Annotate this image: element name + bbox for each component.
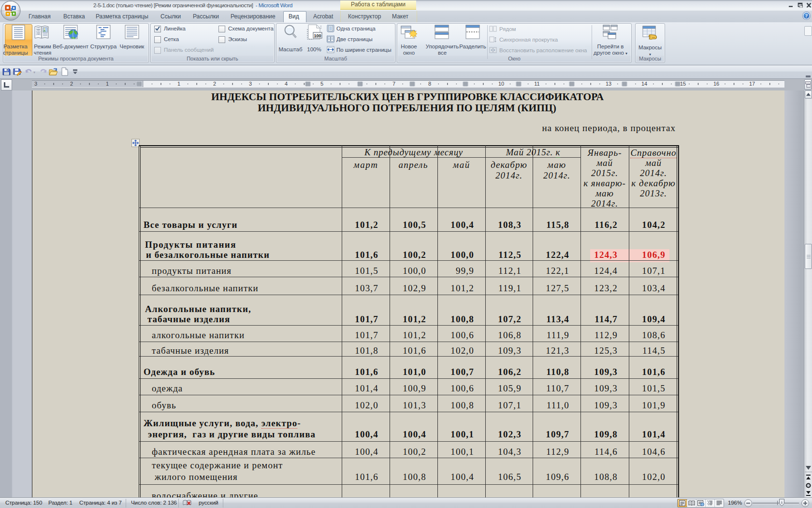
svg-text:100: 100 bbox=[314, 33, 321, 38]
svg-text:1: 1 bbox=[106, 81, 109, 87]
svg-text:14: 14 bbox=[641, 81, 647, 87]
svg-text:11: 11 bbox=[534, 81, 539, 87]
svg-text:10: 10 bbox=[498, 81, 504, 87]
svg-text:7: 7 bbox=[392, 81, 395, 87]
svg-text:2: 2 bbox=[213, 81, 216, 87]
svg-text:2: 2 bbox=[70, 81, 73, 87]
svg-text:4: 4 bbox=[285, 81, 288, 87]
svg-text:15: 15 bbox=[680, 81, 686, 87]
svg-text:3: 3 bbox=[249, 81, 252, 87]
svg-text:8: 8 bbox=[428, 81, 431, 87]
svg-text:3: 3 bbox=[34, 81, 37, 87]
svg-text:1: 1 bbox=[177, 81, 180, 87]
svg-text:13: 13 bbox=[606, 81, 611, 87]
svg-text:5: 5 bbox=[320, 81, 323, 87]
svg-text:16: 16 bbox=[713, 81, 719, 87]
svg-text:17: 17 bbox=[749, 81, 755, 87]
